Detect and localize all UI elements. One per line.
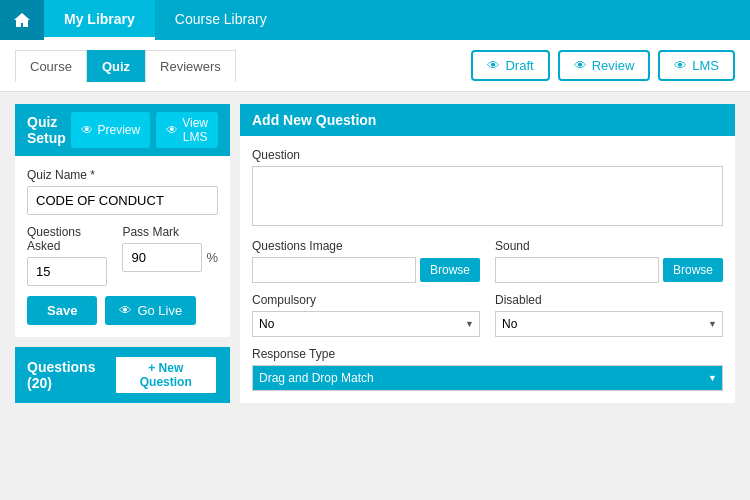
question-group: Question bbox=[252, 148, 723, 229]
nav-tab-course-library[interactable]: Course Library bbox=[155, 0, 287, 40]
questions-image-input[interactable] bbox=[252, 257, 416, 283]
eye-icon: 👁 bbox=[81, 123, 93, 137]
sub-header: Course Quiz Reviewers 👁 Draft 👁 Review 👁… bbox=[0, 40, 750, 92]
tab-quiz[interactable]: Quiz bbox=[87, 50, 145, 82]
questions-asked-label: Questions Asked bbox=[27, 225, 107, 253]
quiz-setup-header: Quiz Setup 👁 Preview 👁 View LMS bbox=[15, 104, 230, 156]
content-tabs: Course Quiz Reviewers bbox=[15, 50, 236, 82]
eye-icon: 👁 bbox=[119, 303, 132, 318]
response-type-label: Response Type bbox=[252, 347, 723, 361]
compulsory-select-wrapper: No Yes bbox=[252, 311, 480, 337]
new-question-button[interactable]: + New Question bbox=[114, 355, 218, 395]
preview-button[interactable]: 👁 Preview bbox=[71, 112, 150, 148]
questions-header: Questions (20) + New Question bbox=[15, 347, 230, 403]
eye-icon: 👁 bbox=[487, 58, 500, 73]
sound-col: Sound Browse bbox=[495, 239, 723, 283]
eye-icon: 👁 bbox=[166, 123, 178, 137]
lms-button[interactable]: 👁 LMS bbox=[658, 50, 735, 81]
image-sound-row: Questions Image Browse Sound Browse bbox=[252, 239, 723, 283]
go-live-button[interactable]: 👁 Go Live bbox=[105, 296, 196, 325]
home-button[interactable] bbox=[0, 0, 44, 40]
sound-input[interactable] bbox=[495, 257, 659, 283]
response-type-select-wrapper: Drag and Drop Match Multiple Choice True… bbox=[252, 365, 723, 391]
question-label: Question bbox=[252, 148, 723, 162]
main-content: Quiz Setup 👁 Preview 👁 View LMS Quiz Nam… bbox=[0, 92, 750, 500]
add-new-question-section: Add New Question Question Questions Imag… bbox=[240, 104, 735, 403]
sound-label: Sound bbox=[495, 239, 723, 253]
disabled-label: Disabled bbox=[495, 293, 723, 307]
questions-image-input-group: Browse bbox=[252, 257, 480, 283]
question-textarea[interactable] bbox=[252, 166, 723, 226]
compulsory-disabled-row: Compulsory No Yes Disabled No bbox=[252, 293, 723, 337]
quiz-setup-section: Quiz Setup 👁 Preview 👁 View LMS Quiz Nam… bbox=[15, 104, 230, 337]
questions-image-browse-button[interactable]: Browse bbox=[420, 258, 480, 282]
view-lms-button[interactable]: 👁 View LMS bbox=[156, 112, 218, 148]
pass-mark-input[interactable] bbox=[122, 243, 202, 272]
questions-image-label: Questions Image bbox=[252, 239, 480, 253]
questions-section: Questions (20) + New Question bbox=[15, 347, 230, 403]
disabled-select[interactable]: No Yes bbox=[495, 311, 723, 337]
tab-reviewers[interactable]: Reviewers bbox=[145, 50, 236, 82]
quiz-setup-header-buttons: 👁 Preview 👁 View LMS bbox=[71, 112, 217, 148]
add-new-question-body: Question Questions Image Browse Sound bbox=[240, 136, 735, 403]
status-buttons: 👁 Draft 👁 Review 👁 LMS bbox=[471, 50, 735, 91]
questions-asked-col: Questions Asked bbox=[27, 225, 107, 286]
disabled-col: Disabled No Yes bbox=[495, 293, 723, 337]
sound-input-group: Browse bbox=[495, 257, 723, 283]
questions-image-col: Questions Image Browse bbox=[252, 239, 480, 283]
eye-icon: 👁 bbox=[674, 58, 687, 73]
response-type-section: Response Type Drag and Drop Match Multip… bbox=[252, 347, 723, 391]
response-type-select[interactable]: Drag and Drop Match Multiple Choice True… bbox=[252, 365, 723, 391]
draft-button[interactable]: 👁 Draft bbox=[471, 50, 549, 81]
nav-tab-my-library[interactable]: My Library bbox=[44, 0, 155, 40]
eye-icon: 👁 bbox=[574, 58, 587, 73]
quiz-setup-body: Quiz Name * Questions Asked Pass Mark % bbox=[15, 156, 230, 337]
add-new-question-header: Add New Question bbox=[240, 104, 735, 136]
sound-browse-button[interactable]: Browse bbox=[663, 258, 723, 282]
compulsory-select[interactable]: No Yes bbox=[252, 311, 480, 337]
quiz-name-input[interactable] bbox=[27, 186, 218, 215]
compulsory-col: Compulsory No Yes bbox=[252, 293, 480, 337]
left-panel: Quiz Setup 👁 Preview 👁 View LMS Quiz Nam… bbox=[15, 104, 230, 489]
compulsory-label: Compulsory bbox=[252, 293, 480, 307]
pass-mark-input-group: % bbox=[122, 243, 218, 272]
pass-mark-col: Pass Mark % bbox=[122, 225, 218, 286]
save-button[interactable]: Save bbox=[27, 296, 97, 325]
disabled-select-wrapper: No Yes bbox=[495, 311, 723, 337]
review-button[interactable]: 👁 Review bbox=[558, 50, 651, 81]
top-nav: My Library Course Library bbox=[0, 0, 750, 40]
quiz-name-group: Quiz Name * bbox=[27, 168, 218, 215]
right-panel: Add New Question Question Questions Imag… bbox=[240, 104, 735, 489]
pass-mark-label: Pass Mark bbox=[122, 225, 218, 239]
tab-course[interactable]: Course bbox=[15, 50, 87, 82]
questions-asked-input[interactable] bbox=[27, 257, 107, 286]
quiz-action-row: Save 👁 Go Live bbox=[27, 296, 218, 325]
quiz-name-label: Quiz Name * bbox=[27, 168, 218, 182]
pass-mark-suffix: % bbox=[206, 250, 218, 265]
quiz-metrics-row: Questions Asked Pass Mark % bbox=[27, 225, 218, 286]
